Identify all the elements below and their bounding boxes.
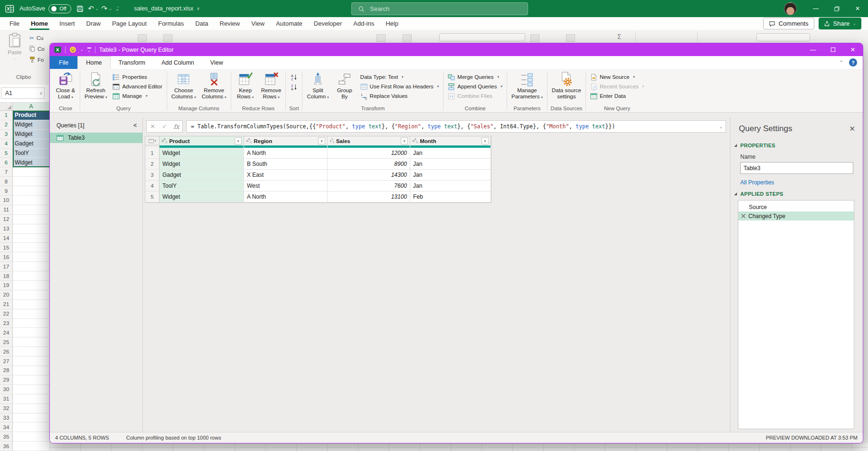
applied-step-changed-type[interactable]: Changed Type <box>738 211 854 221</box>
ribbon-button-choose-columns[interactable]: ChooseColumns▾ <box>169 71 198 100</box>
grid-cell[interactable]: 13100 <box>328 192 410 202</box>
row-number[interactable]: 2 <box>0 120 13 130</box>
excel-menu-developer[interactable]: Developer <box>308 17 348 30</box>
row-number[interactable]: 20 <box>0 290 13 300</box>
pq-tab-file[interactable]: File <box>50 56 77 69</box>
sheet-cell[interactable] <box>13 356 49 366</box>
row-number[interactable]: 34 <box>0 422 13 432</box>
pq-tab-add-column[interactable]: Add Column <box>153 56 202 69</box>
sheet-cell[interactable]: Widget <box>13 158 49 167</box>
row-number[interactable]: 9 <box>0 186 13 196</box>
redo-dropdown-icon[interactable]: ⌄ <box>109 7 112 11</box>
row-number[interactable]: 23 <box>0 319 13 328</box>
column-header-a[interactable]: A <box>13 103 49 111</box>
grid-cell[interactable]: Jan <box>410 181 491 192</box>
row-number[interactable]: 14 <box>0 234 13 243</box>
excel-minimize-button[interactable]: — <box>805 0 826 17</box>
excel-menu-add-ins[interactable]: Add-ins <box>348 17 380 30</box>
grid-cell[interactable]: B South <box>244 159 328 170</box>
customize-toolbar-icon[interactable]: ⌄ <box>87 48 91 51</box>
row-number[interactable]: 30 <box>0 385 13 394</box>
pq-minimize-button[interactable]: — <box>803 43 823 56</box>
sheet-cell[interactable] <box>13 281 49 290</box>
query-settings-close-icon[interactable]: ✕ <box>849 125 855 133</box>
row-number[interactable]: 19 <box>0 281 13 290</box>
excel-menu-view[interactable]: View <box>245 17 270 30</box>
format-painter-button[interactable]: Fo <box>29 57 44 63</box>
excel-restore-button[interactable] <box>826 0 847 17</box>
sheet-cell[interactable] <box>13 366 49 375</box>
pq-maximize-button[interactable] <box>823 43 843 56</box>
grid-cell[interactable]: Jan <box>410 148 491 159</box>
sort-ascending-button[interactable]: AZ <box>288 72 300 82</box>
excel-menu-automate[interactable]: Automate <box>270 17 308 30</box>
sheet-cell[interactable] <box>13 205 49 215</box>
row-number[interactable]: 18 <box>0 271 13 281</box>
query-name-input[interactable] <box>740 162 853 174</box>
sheet-cell[interactable] <box>13 319 49 328</box>
row-number[interactable]: 35 <box>0 432 13 441</box>
row-number[interactable]: 22 <box>0 309 13 319</box>
excel-menu-insert[interactable]: Insert <box>54 17 81 30</box>
row-number[interactable]: 16 <box>0 252 13 262</box>
row-number[interactable]: 10 <box>0 196 13 205</box>
grid-cell[interactable]: A North <box>244 192 328 202</box>
undo-dropdown-icon[interactable]: ⌄ <box>95 7 99 11</box>
row-number[interactable]: 7 <box>0 167 13 177</box>
grid-cell[interactable]: Jan <box>410 159 491 170</box>
sheet-cell[interactable] <box>13 404 49 413</box>
row-number[interactable]: 24 <box>0 328 13 337</box>
ribbon-button-combine-files[interactable]: Combine Files <box>445 91 505 101</box>
row-number[interactable]: 29 <box>0 375 13 385</box>
sheet-cell[interactable] <box>13 422 49 432</box>
row-number[interactable]: 4 <box>0 139 13 149</box>
collapse-ribbon-icon[interactable]: ⌃ <box>840 60 843 65</box>
applied-step-source[interactable]: Source <box>738 202 854 211</box>
excel-menu-data[interactable]: Data <box>189 17 214 30</box>
excel-close-button[interactable]: ✕ <box>847 0 868 17</box>
filter-dropdown-button[interactable]: ▼ <box>318 137 325 144</box>
ribbon-button-enter-data[interactable]: Enter Data <box>588 91 646 101</box>
sheet-cell[interactable] <box>13 262 49 271</box>
grid-cell[interactable]: Widget <box>160 148 244 159</box>
sheet-cell[interactable] <box>13 196 49 205</box>
sheet-cell[interactable] <box>13 441 49 451</box>
redo-icon[interactable]: ↷ <box>102 4 108 13</box>
sheet-cell[interactable] <box>13 215 49 224</box>
sheet-cell[interactable] <box>13 167 49 177</box>
customize-quick-access-icon[interactable]: ⌄̄ <box>115 6 119 11</box>
row-number[interactable]: 15 <box>0 243 13 252</box>
delete-step-icon[interactable] <box>741 213 746 219</box>
pq-tab-transform[interactable]: Transform <box>111 56 154 69</box>
applied-steps-section-header[interactable]: APPLIED STEPS <box>730 187 863 197</box>
grid-cell[interactable]: X East <box>244 170 328 181</box>
row-number[interactable]: 11 <box>0 205 13 215</box>
ribbon-button-remove-columns[interactable]: RemoveColumns▾ <box>199 71 229 100</box>
grid-cell[interactable]: Widget <box>160 159 244 170</box>
column-header-month[interactable]: ABCMonth▼ <box>410 136 491 145</box>
sheet-cell[interactable] <box>13 309 49 319</box>
excel-menu-draw[interactable]: Draw <box>81 17 106 30</box>
row-number[interactable]: 6 <box>0 158 13 167</box>
all-properties-link[interactable]: All Properties <box>730 174 863 187</box>
undo-icon[interactable]: ↶ <box>88 4 94 13</box>
ribbon-button-manage[interactable]: Manage▾ <box>110 91 164 101</box>
pq-tab-home[interactable]: Home <box>77 56 110 69</box>
column-header-product[interactable]: ABCProduct▼ <box>160 136 244 145</box>
grid-row-number[interactable]: 5 <box>145 192 160 202</box>
ribbon-button-manage-parameters[interactable]: ManageParameters▾ <box>509 71 545 100</box>
sort-descending-button[interactable]: ZA <box>288 82 300 92</box>
grid-cell[interactable]: Feb <box>410 192 491 202</box>
ribbon-button-properties[interactable]: Properties <box>110 72 164 82</box>
sheet-cell[interactable]: Gadget <box>13 139 49 149</box>
pq-titlebar[interactable]: ⌄ ⌄ Table3 - Power Query Editor — ✕ <box>50 43 863 56</box>
column-header-sales[interactable]: 123Sales▼ <box>328 136 410 145</box>
pq-tab-view[interactable]: View <box>202 56 231 69</box>
ribbon-button-recent-sources[interactable]: Recent Sources▾ <box>588 82 646 91</box>
filter-dropdown-button[interactable]: ▼ <box>235 137 242 144</box>
grid-cell[interactable]: Widget <box>160 192 244 202</box>
sheet-cell[interactable] <box>13 252 49 262</box>
comments-button[interactable]: Comments <box>763 18 814 29</box>
grid-cell[interactable]: A North <box>244 148 328 159</box>
ribbon-button-merge-queries[interactable]: Merge Queries▾ <box>445 72 505 82</box>
